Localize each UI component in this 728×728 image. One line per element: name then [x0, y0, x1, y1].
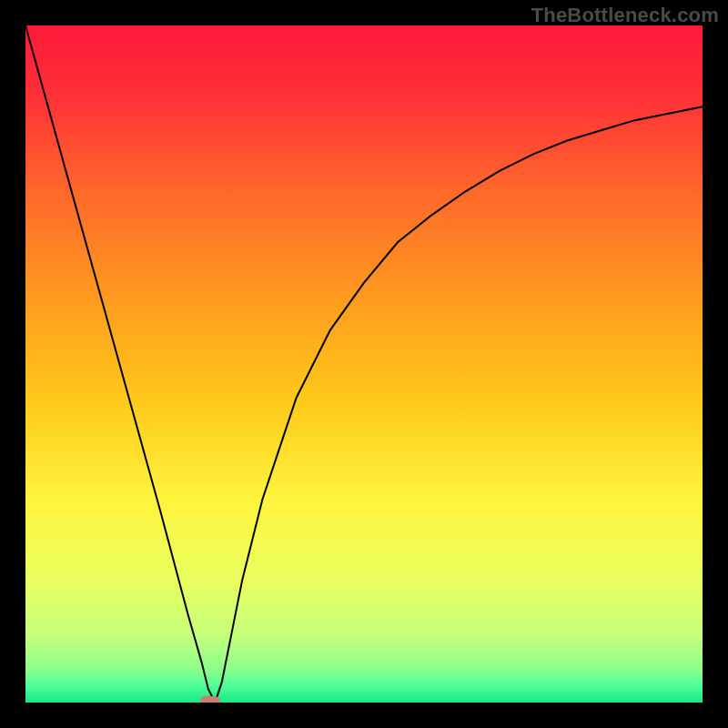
chart-frame: TheBottleneck.com — [0, 0, 728, 728]
watermark-text: TheBottleneck.com — [531, 4, 719, 27]
optimal-point-marker — [200, 696, 220, 703]
gradient-background — [25, 25, 703, 703]
plot-svg — [25, 25, 703, 703]
plot-area — [25, 25, 703, 703]
